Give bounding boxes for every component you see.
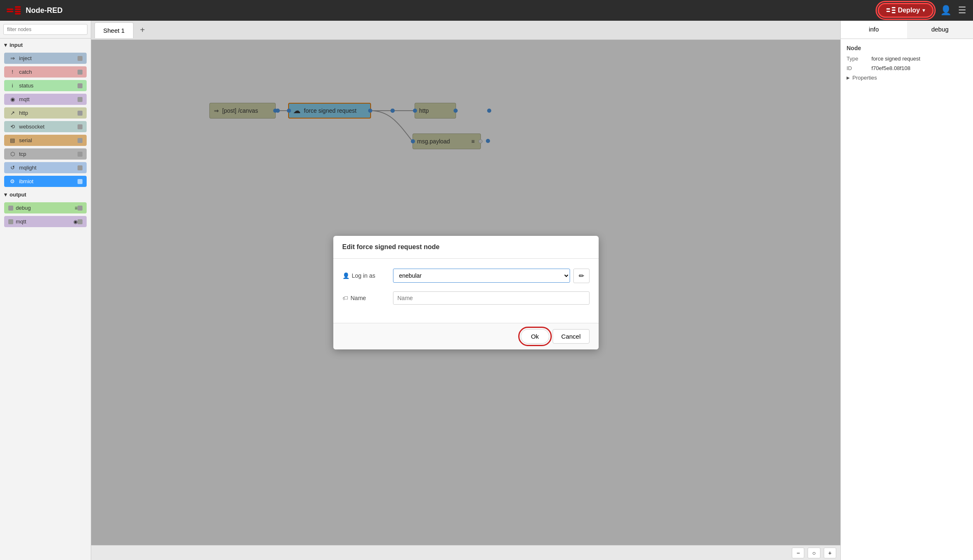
sidebar-item-mqtt-out[interactable]: mqtt ◉ (4, 216, 87, 227)
menu-icon[interactable]: ☰ (958, 5, 966, 16)
inject-port (78, 56, 82, 61)
svg-rect-7 (886, 11, 890, 12)
sidebar-item-websocket[interactable]: ⟲ websocket (4, 121, 87, 132)
login-label: 👤 Log in as (342, 272, 388, 279)
svg-rect-2 (15, 6, 21, 8)
right-properties-section[interactable]: ▶ Properties (847, 75, 967, 81)
right-tabs: info debug (841, 21, 973, 39)
canvas[interactable]: ⇒ [post] /canvas ☁ force signed request … (91, 40, 840, 545)
search-input[interactable] (3, 24, 87, 35)
mqtt-out-icon: ◉ (73, 219, 78, 225)
tcp-port (78, 152, 82, 157)
deploy-chevron: ▾ (922, 7, 925, 13)
edit-modal: Edit force signed request node 👤 Log in … (333, 236, 599, 349)
mqtt-out-left-port (8, 219, 13, 224)
debug-out-port (78, 206, 82, 211)
tcp-icon: ⬡ (8, 151, 17, 157)
zoom-out-button[interactable]: − (792, 548, 804, 558)
input-section-chevron: ▾ (4, 42, 7, 48)
mqtt-out-port (78, 219, 82, 224)
zoom-in-button[interactable]: + (824, 548, 836, 558)
svg-rect-0 (7, 9, 13, 10)
svg-rect-4 (15, 11, 21, 12)
tab-bar: Sheet 1 + (91, 21, 840, 40)
canvas-controls: − ○ + (91, 545, 840, 560)
deploy-label: Deploy (898, 7, 920, 14)
svg-rect-1 (7, 11, 13, 12)
serial-icon: ▤ (8, 137, 17, 143)
debug-out-icon: ≡ (75, 205, 78, 211)
tab-debug[interactable]: debug (907, 21, 973, 39)
nodered-logo (7, 5, 22, 15)
name-input[interactable] (393, 291, 590, 305)
output-section-chevron: ▾ (4, 192, 7, 198)
input-section-label: input (10, 42, 23, 48)
sidebar-item-status[interactable]: i status (4, 80, 87, 91)
http-in-port (78, 111, 82, 116)
tab-info[interactable]: info (841, 21, 907, 39)
user-icon[interactable]: 👤 (940, 5, 951, 16)
navbar: Node-RED Deploy ▾ 👤 ☰ (0, 0, 973, 21)
sidebar-item-mqtt[interactable]: ◉ mqtt (4, 94, 87, 105)
ok-button[interactable]: Ok (521, 329, 549, 344)
sidebar-item-mqlight[interactable]: ↺ mqlight (4, 162, 87, 173)
sidebar-item-http[interactable]: ↗ http (4, 107, 87, 119)
login-form-row: 👤 Log in as enebular ✏ (342, 269, 590, 283)
modal-body: 👤 Log in as enebular ✏ (333, 259, 599, 323)
sidebar-item-debug-out[interactable]: debug ≡ (4, 202, 87, 213)
debug-out-left-port (8, 206, 13, 211)
navbar-right: Deploy ▾ 👤 ☰ (878, 3, 966, 18)
sidebar-item-tcp[interactable]: ⬡ tcp (4, 148, 87, 160)
name-tag-icon: 🏷 (342, 295, 348, 301)
modal-overlay: Edit force signed request node 👤 Log in … (91, 40, 840, 545)
websocket-port (78, 124, 82, 129)
login-select[interactable]: enebular (393, 269, 570, 283)
deploy-icon (886, 7, 895, 14)
status-icon: i (8, 82, 17, 89)
svg-rect-5 (15, 13, 21, 15)
modal-footer: Ok Cancel (333, 323, 599, 349)
sidebar-item-catch[interactable]: ! catch (4, 66, 87, 78)
right-node-section: Node (847, 45, 967, 51)
serial-port (78, 138, 82, 143)
right-type-label: Type (847, 56, 871, 62)
sidebar-item-inject[interactable]: ⇒ inject (4, 53, 87, 64)
zoom-reset-button[interactable]: ○ (808, 548, 820, 558)
sidebar-section-input[interactable]: ▾ input (0, 39, 91, 51)
login-person-icon: 👤 (342, 272, 349, 279)
right-id-row: ID f70ef5e8.08f108 (847, 65, 967, 71)
sidebar-item-ibmiot[interactable]: ⚙ ibmiot (4, 176, 87, 187)
name-label: 🏷 Name (342, 295, 388, 301)
svg-rect-8 (892, 7, 895, 8)
sidebar-item-serial[interactable]: ▤ serial (4, 135, 87, 146)
status-port (78, 83, 82, 88)
sidebar-section-output[interactable]: ▾ output (0, 188, 91, 201)
mqtt-in-icon: ◉ (8, 96, 17, 102)
mqlight-port (78, 165, 82, 170)
canvas-area: Sheet 1 + ⇒ [post] /canva (91, 21, 840, 560)
tab-add-button[interactable]: + (134, 22, 151, 38)
right-type-row: Type force signed request (847, 56, 967, 62)
main-layout: ▾ input ⇒ inject ! catch i status ◉ mqtt (0, 21, 973, 560)
properties-label: Properties (852, 75, 877, 81)
output-section-label: output (10, 192, 26, 198)
ibmiot-icon: ⚙ (8, 178, 17, 184)
sidebar-search-wrap (0, 21, 91, 39)
inject-icon: ⇒ (8, 55, 17, 61)
navbar-left: Node-RED (7, 5, 63, 15)
mqlight-icon: ↺ (8, 165, 17, 171)
ibmiot-port (78, 179, 82, 184)
tab-sheet1[interactable]: Sheet 1 (95, 22, 133, 38)
right-id-value: f70ef5e8.08f108 (871, 65, 910, 71)
mqtt-in-port (78, 97, 82, 102)
cancel-button[interactable]: Cancel (553, 329, 590, 344)
login-select-wrap: enebular ✏ (393, 269, 590, 283)
http-in-icon: ↗ (8, 110, 17, 116)
deploy-button[interactable]: Deploy ▾ (878, 3, 934, 18)
name-form-row: 🏷 Name (342, 291, 590, 305)
right-panel-content: Node Type force signed request ID f70ef5… (841, 39, 973, 560)
catch-icon: ! (8, 69, 17, 75)
svg-rect-9 (892, 10, 895, 11)
login-edit-button[interactable]: ✏ (573, 269, 590, 283)
svg-rect-10 (892, 12, 895, 13)
